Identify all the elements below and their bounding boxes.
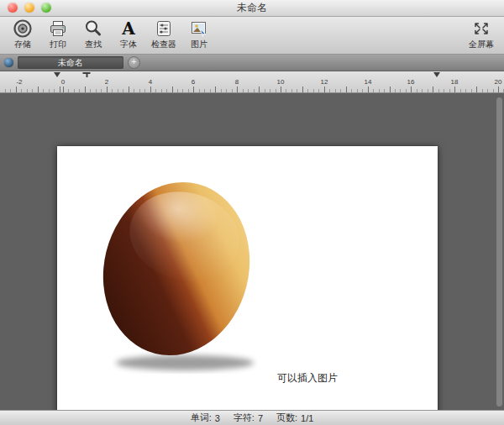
ruler-number: 14 bbox=[365, 78, 372, 86]
minimize-button[interactable] bbox=[24, 3, 34, 13]
ruler-number: -2 bbox=[16, 78, 22, 86]
ruler-number: 2 bbox=[105, 78, 108, 86]
ruler[interactable]: -2 0 2 4 6 8 10 12 14 16 18 20 bbox=[0, 71, 504, 93]
ruler-number: 10 bbox=[277, 78, 285, 86]
ruler-number: 8 bbox=[235, 78, 239, 86]
right-margin-marker[interactable] bbox=[433, 72, 440, 77]
left-margin-marker[interactable] bbox=[54, 72, 60, 77]
font-button[interactable]: A 字体 bbox=[111, 18, 146, 54]
status-bar: 单词: 3 字符: 7 页数: 1/1 bbox=[0, 410, 504, 425]
search-icon bbox=[83, 18, 103, 39]
tab-stop-marker[interactable] bbox=[83, 72, 91, 78]
word-count-value: 3 bbox=[215, 413, 220, 423]
toolbar: 存储 打印 查找 bbox=[0, 17, 504, 55]
fullscreen-arrows-icon bbox=[474, 18, 489, 39]
fullscreen-button[interactable]: 全屏幕 bbox=[464, 18, 499, 54]
tab-untitled[interactable]: 未命名 bbox=[18, 56, 123, 69]
add-tab-button[interactable]: + bbox=[128, 56, 140, 69]
print-icon bbox=[48, 18, 68, 39]
save-button[interactable]: 存储 bbox=[5, 18, 40, 54]
zoom-button[interactable] bbox=[41, 3, 51, 13]
inspector-button[interactable]: 检查器 bbox=[146, 18, 181, 54]
document-scroll-area[interactable]: 可以插入图片 bbox=[0, 93, 504, 410]
inspector-icon bbox=[154, 18, 174, 39]
ruler-major-ticks bbox=[0, 87, 504, 92]
vertical-scrollbar[interactable] bbox=[496, 97, 502, 407]
font-icon: A bbox=[122, 18, 135, 39]
print-button[interactable]: 打印 bbox=[40, 18, 76, 54]
save-label: 存储 bbox=[14, 39, 31, 50]
find-label: 查找 bbox=[85, 39, 102, 50]
inspector-label: 检查器 bbox=[151, 39, 176, 50]
font-label: 字体 bbox=[120, 39, 137, 50]
picture-button[interactable]: 图片 bbox=[181, 18, 217, 54]
ruler-number: 12 bbox=[321, 78, 328, 86]
fullscreen-label: 全屏幕 bbox=[469, 39, 494, 50]
toolbar-spacer bbox=[217, 18, 464, 54]
picture-label: 图片 bbox=[191, 39, 207, 50]
document-text[interactable]: 可以插入图片 bbox=[277, 371, 338, 386]
tab-label: 未命名 bbox=[58, 57, 83, 69]
font-glyph: A bbox=[122, 18, 135, 39]
word-count-label: 单词: bbox=[191, 412, 212, 424]
char-count-label: 字符: bbox=[234, 412, 255, 424]
ruler-number: 18 bbox=[451, 78, 459, 86]
close-button[interactable] bbox=[8, 3, 18, 13]
page-count-label: 页数: bbox=[276, 412, 297, 424]
ruler-number: 4 bbox=[149, 78, 152, 86]
traffic-lights bbox=[8, 3, 51, 13]
find-button[interactable]: 查找 bbox=[76, 18, 111, 54]
ruler-number: 0 bbox=[61, 78, 65, 86]
char-count-value: 7 bbox=[258, 413, 263, 423]
page-count-value: 1/1 bbox=[301, 413, 313, 423]
document-dot-icon bbox=[4, 58, 13, 67]
save-icon bbox=[13, 18, 33, 39]
ruler-number: 6 bbox=[192, 78, 195, 86]
document-page[interactable]: 可以插入图片 bbox=[57, 146, 438, 410]
title-bar: 未命名 bbox=[0, 0, 504, 17]
app-window: 未命名 存储 bbox=[0, 0, 504, 425]
picture-icon bbox=[189, 18, 209, 39]
print-label: 打印 bbox=[50, 39, 66, 50]
ruler-number: 16 bbox=[407, 78, 415, 86]
tab-bar: 未命名 + bbox=[0, 55, 504, 71]
ruler-number: 20 bbox=[495, 78, 502, 86]
inserted-bean-image[interactable] bbox=[92, 176, 265, 374]
window-title: 未命名 bbox=[237, 1, 267, 15]
